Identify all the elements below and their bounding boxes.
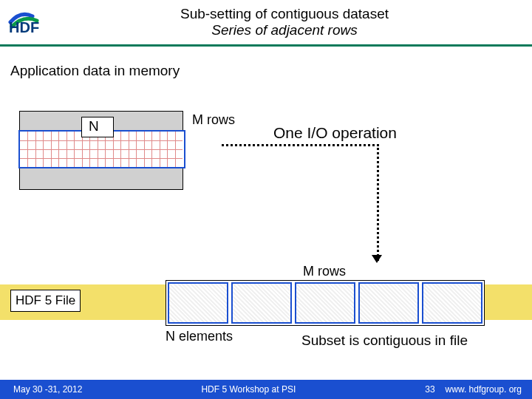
slide-subtitle: Series of adjacent rows xyxy=(52,22,517,38)
subset-contiguous-label: Subset is contiguous in file xyxy=(301,332,468,349)
file-strip xyxy=(166,280,485,326)
n-label: N xyxy=(89,118,99,134)
m-rows-top-label: M rows xyxy=(192,112,235,128)
io-operation-label: One I/O operation xyxy=(273,124,397,142)
footer-url: www. hdfgroup. org xyxy=(446,384,532,395)
hdf5-file-label: HDF 5 File xyxy=(10,290,81,312)
footer-page-number: 33 xyxy=(415,384,445,395)
file-segment xyxy=(231,282,292,324)
hdf-logo: HDF xyxy=(7,9,52,35)
slide-title: Sub-setting of contiguous dataset xyxy=(52,6,517,22)
m-rows-mid-label: M rows xyxy=(303,264,346,279)
header-divider xyxy=(0,44,532,47)
io-arrow-head xyxy=(372,255,382,263)
footer-bar: May 30 -31, 2012 HDF 5 Workshop at PSI 3… xyxy=(0,380,532,399)
footer-workshop: HDF 5 Workshop at PSI xyxy=(82,384,415,395)
file-segment xyxy=(168,282,228,324)
app-data-label: Application data in memory xyxy=(10,63,532,79)
file-segment xyxy=(422,282,482,324)
file-segment xyxy=(295,282,355,324)
file-segment xyxy=(358,282,419,324)
io-arrow xyxy=(222,144,379,261)
footer-date: May 30 -31, 2012 xyxy=(0,384,82,395)
n-elements-label: N elements xyxy=(166,329,233,344)
svg-text:HDF: HDF xyxy=(9,19,39,35)
